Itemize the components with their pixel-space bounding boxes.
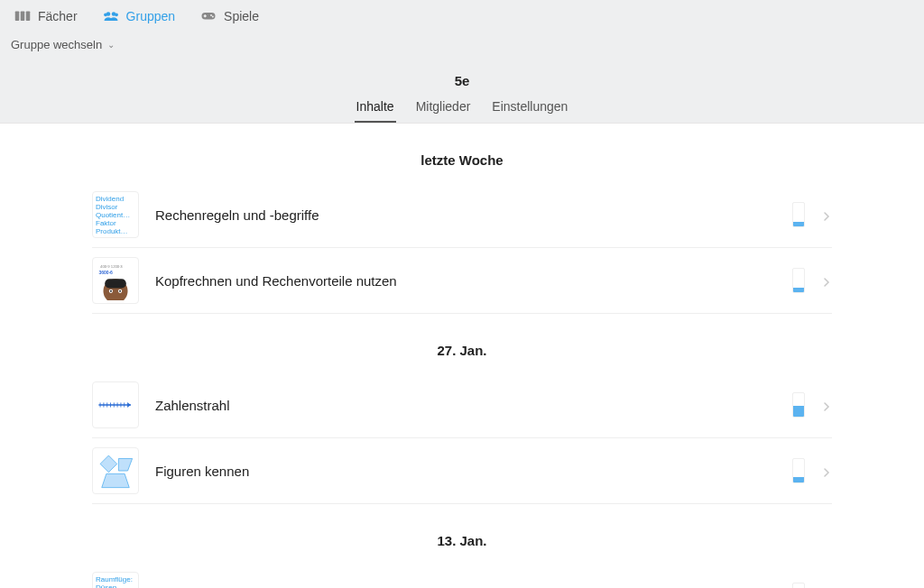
- svg-rect-0: [15, 12, 20, 22]
- chevron-down-icon: ⌄: [107, 40, 115, 50]
- svg-point-6: [115, 13, 118, 16]
- tab-mitglieder[interactable]: Mitglieder: [414, 99, 473, 123]
- svg-text:400·9  1200·3: 400·9 1200·3: [100, 264, 123, 269]
- svg-marker-33: [102, 473, 129, 487]
- nav-label: Fächer: [38, 9, 78, 23]
- svg-text:3600·6: 3600·6: [98, 270, 113, 275]
- svg-rect-2: [26, 12, 31, 22]
- group-switch-dropdown[interactable]: Gruppe wechseln ⌄: [11, 38, 115, 51]
- list-row[interactable]: Figuren kennen: [92, 438, 832, 504]
- row-progress: [792, 392, 805, 418]
- svg-marker-32: [118, 458, 132, 471]
- svg-rect-16: [105, 279, 126, 288]
- section-heading: 13. Jan.: [92, 533, 832, 548]
- row-title: Kopfrechnen und Rechenvorteile nutzen: [155, 273, 776, 289]
- chevron-right-icon: [821, 209, 832, 220]
- users-icon: [103, 10, 119, 23]
- columns-icon: [14, 10, 31, 23]
- group-tabs: Inhalte Mitglieder Einstellungen: [0, 99, 924, 123]
- tab-einstellungen[interactable]: Einstellungen: [490, 99, 569, 123]
- nav-item-gruppen[interactable]: Gruppen: [103, 9, 175, 23]
- content-list: letzte Woche Dividend Divisor Quotient… …: [92, 152, 832, 588]
- nav-item-spiele[interactable]: Spiele: [200, 9, 259, 23]
- row-title: Zahlenstrahl: [155, 398, 776, 413]
- row-thumb: [92, 381, 139, 428]
- list-row[interactable]: Dividend Divisor Quotient… Faktor Produk…: [92, 182, 832, 248]
- svg-rect-1: [21, 12, 25, 22]
- svg-rect-9: [204, 15, 207, 17]
- row-progress: [792, 458, 805, 483]
- nav-item-faecher[interactable]: Fächer: [14, 9, 78, 23]
- svg-point-11: [212, 16, 214, 18]
- group-title: 5e: [0, 73, 924, 88]
- section-heading: 27. Jan.: [92, 343, 832, 358]
- row-progress: [792, 583, 805, 588]
- chevron-right-icon: [821, 465, 832, 476]
- primary-nav: Fächer Gruppen Spiele: [0, 0, 924, 32]
- row-thumb: Dividend Divisor Quotient… Faktor Produk…: [92, 191, 139, 238]
- row-progress: [792, 202, 805, 227]
- svg-point-19: [110, 290, 112, 292]
- row-title: Figuren kennen: [155, 464, 776, 479]
- svg-point-20: [119, 290, 121, 292]
- nav-label: Spiele: [224, 9, 259, 23]
- row-title: Rechenregeln und -begriffe: [155, 207, 776, 223]
- row-thumb: Raumflüge: Düsen-triebwerk, hitzefest, A…: [92, 572, 139, 588]
- svg-point-10: [210, 14, 212, 16]
- list-row[interactable]: Raumflüge: Düsen-triebwerk, hitzefest, A…: [92, 563, 832, 588]
- row-progress: [792, 268, 805, 293]
- list-row[interactable]: Zahlenstrahl: [92, 372, 832, 438]
- list-row[interactable]: 400·9 1200·3 3600·6 Kopfrechnen und Rech…: [92, 248, 832, 314]
- svg-point-5: [104, 13, 107, 16]
- tab-inhalte[interactable]: Inhalte: [355, 99, 396, 123]
- row-thumb: 400·9 1200·3 3600·6: [92, 257, 139, 304]
- row-thumb: [92, 447, 139, 494]
- group-switch-label: Gruppe wechseln: [11, 38, 102, 51]
- chevron-right-icon: [821, 275, 832, 286]
- svg-marker-31: [100, 455, 117, 473]
- gamepad-icon: [200, 10, 217, 23]
- chevron-right-icon: [821, 400, 832, 410]
- nav-label: Gruppen: [126, 9, 175, 23]
- section-heading: letzte Woche: [92, 152, 832, 168]
